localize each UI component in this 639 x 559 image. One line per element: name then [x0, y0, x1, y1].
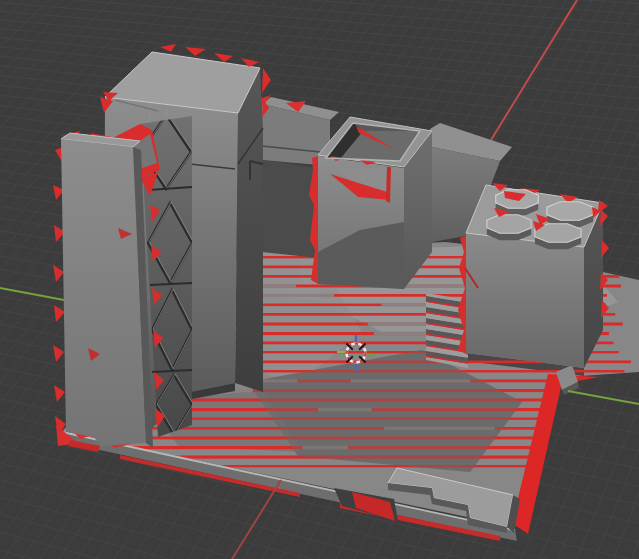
- stud-block-front-face: [466, 233, 584, 368]
- slab-front-face: [61, 139, 146, 446]
- scene-svg: [0, 0, 639, 559]
- viewport-3d[interactable]: [0, 0, 639, 559]
- tower-gap-face: [262, 160, 318, 258]
- stud-front-left: [487, 215, 531, 240]
- tower-right-face: [235, 68, 263, 392]
- stud-front-right: [535, 224, 581, 249]
